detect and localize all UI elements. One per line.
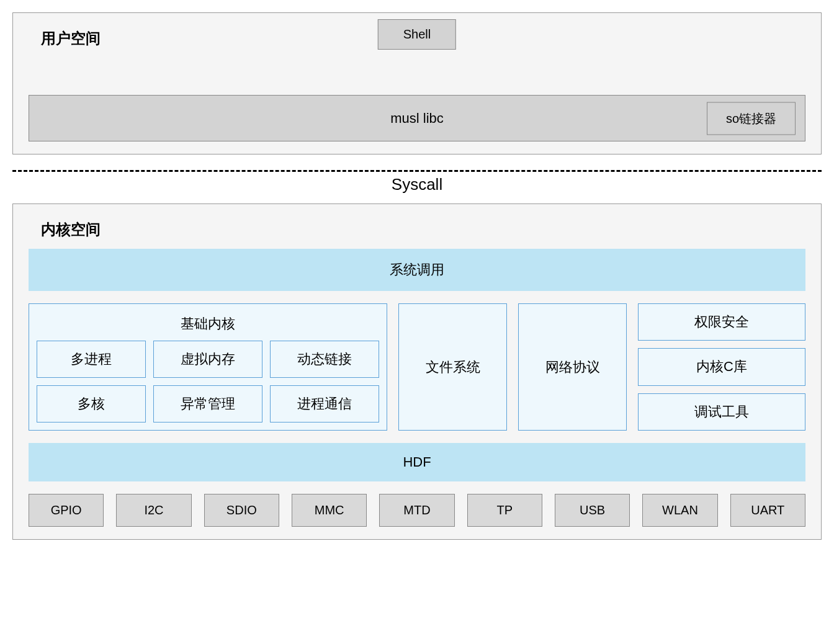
driver-row: GPIO I2C SDIO MMC MTD TP USB WLAN UART <box>29 494 805 527</box>
kernel-middle-row: 基础内核 多进程 虚拟内存 动态链接 多核 异常管理 进程通信 文件系统 网络协… <box>29 303 805 431</box>
driver-usb: USB <box>555 494 630 527</box>
hdf-bar: HDF <box>29 443 805 481</box>
syscall-divider <box>12 170 822 172</box>
bk-virtual-memory: 虚拟内存 <box>153 341 262 378</box>
user-space-header-row: 用户空间 Shell <box>29 22 805 58</box>
syscall-bar: 系统调用 <box>29 249 805 291</box>
bk-dynamic-link: 动态链接 <box>270 341 379 378</box>
debug-tools-box: 调试工具 <box>638 393 805 431</box>
driver-mmc: MMC <box>292 494 367 527</box>
kernel-clib-box: 内核C库 <box>638 348 805 385</box>
driver-i2c: I2C <box>116 494 191 527</box>
right-stack: 权限安全 内核C库 调试工具 <box>638 303 805 431</box>
file-system-box: 文件系统 <box>398 303 507 431</box>
bk-multicore: 多核 <box>37 385 146 423</box>
user-space-section: 用户空间 Shell musl libc so链接器 <box>12 12 822 154</box>
network-box: 网络协议 <box>518 303 627 431</box>
driver-sdio: SDIO <box>204 494 279 527</box>
driver-mtd: MTD <box>379 494 454 527</box>
user-space-title: 用户空间 <box>41 29 101 48</box>
driver-uart: UART <box>730 494 805 527</box>
basic-kernel-box: 基础内核 多进程 虚拟内存 动态链接 多核 异常管理 进程通信 <box>29 303 387 431</box>
syscall-label: Syscall <box>12 175 822 194</box>
basic-kernel-grid: 多进程 虚拟内存 动态链接 多核 异常管理 进程通信 <box>37 341 379 423</box>
bk-multiprocess: 多进程 <box>37 341 146 378</box>
kernel-space-title: 内核空间 <box>41 220 805 239</box>
driver-wlan: WLAN <box>642 494 717 527</box>
driver-tp: TP <box>467 494 542 527</box>
musl-libc-label: musl libc <box>390 110 444 127</box>
basic-kernel-title: 基础内核 <box>181 315 235 333</box>
so-linker-box: so链接器 <box>707 102 796 135</box>
bk-ipc: 进程通信 <box>270 385 379 423</box>
security-box: 权限安全 <box>638 303 805 341</box>
kernel-space-section: 内核空间 系统调用 基础内核 多进程 虚拟内存 动态链接 多核 异常管理 进程通… <box>12 203 822 540</box>
shell-box: Shell <box>378 19 456 50</box>
bk-exception: 异常管理 <box>153 385 262 423</box>
musl-libc-box: musl libc so链接器 <box>29 95 805 141</box>
driver-gpio: GPIO <box>29 494 104 527</box>
architecture-diagram: 用户空间 Shell musl libc so链接器 Syscall 内核空间 … <box>12 12 822 540</box>
